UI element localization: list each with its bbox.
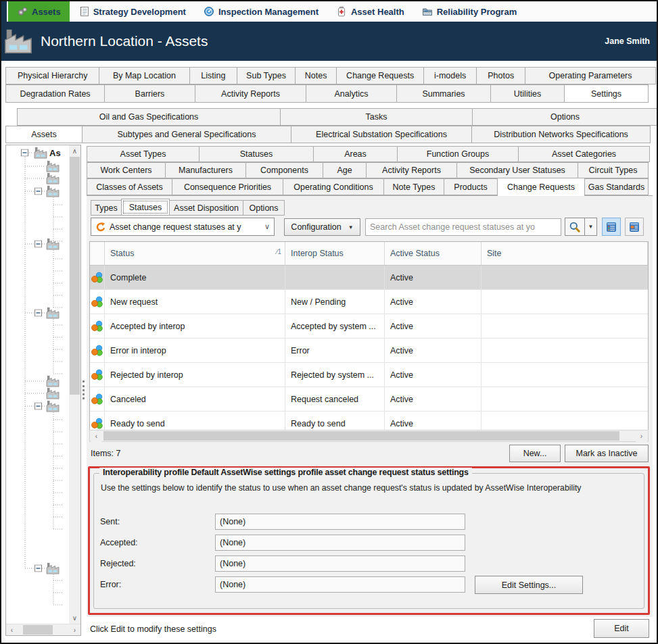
tab-note-types[interactable]: Note Types — [383, 178, 444, 195]
accepted-field[interactable]: (None) — [215, 535, 465, 551]
tab-utilities[interactable]: Utilities — [490, 84, 565, 103]
tab-activity-reports-settings[interactable]: Activity Reports — [366, 162, 457, 178]
tab-secondary-user-statuses[interactable]: Secondary User Statuses — [456, 162, 578, 178]
mark-as-inactive-button[interactable]: Mark as Inactive — [565, 445, 649, 462]
menu-item-reliability-program[interactable]: Reliability Program — [413, 1, 525, 22]
header-icon-column[interactable] — [90, 242, 105, 265]
tab-electrical-substation-specifications[interactable]: Electrical Substation Specifications — [291, 126, 472, 143]
table-row[interactable]: Error in interop Error Active — [90, 339, 648, 363]
tree-expand-icon[interactable] — [35, 309, 42, 316]
tree-vertical-scrollbar[interactable]: ∧ ∨ — [69, 145, 80, 624]
tab-change-requests-outer[interactable]: Change Requests — [336, 67, 423, 84]
search-input[interactable] — [365, 218, 561, 236]
error-field[interactable]: (None) — [215, 576, 465, 593]
tab-sub-types[interactable]: Sub Types — [237, 67, 296, 84]
tab-i-models[interactable]: i-models — [423, 67, 477, 84]
tab-analytics[interactable]: Analytics — [306, 84, 397, 103]
configuration-button[interactable]: Configuration ▼ — [284, 218, 360, 236]
scroll-right-icon[interactable]: › — [69, 624, 80, 635]
cell-site — [481, 387, 648, 411]
tree-expand-icon[interactable] — [35, 565, 42, 572]
tab-options-section[interactable]: Options — [472, 108, 658, 126]
subtab-options[interactable]: Options — [243, 200, 285, 216]
new-button[interactable]: New... — [509, 445, 561, 462]
table-horizontal-scrollbar[interactable]: ‹ › — [89, 430, 649, 442]
tab-subtypes-general-specifications[interactable]: Subtypes and General Specifications — [82, 126, 291, 143]
tab-listing[interactable]: Listing — [189, 67, 238, 84]
tab-asset-types[interactable]: Asset Types — [87, 146, 199, 162]
header-site[interactable]: Site — [481, 242, 648, 265]
detail-view-button[interactable] — [625, 218, 644, 236]
scroll-right-icon[interactable]: › — [636, 430, 647, 442]
tab-consequence-priorities[interactable]: Consequence Priorities — [172, 178, 283, 195]
subtab-asset-disposition[interactable]: Asset Disposition — [169, 200, 243, 216]
tab-by-map-location[interactable]: By Map Location — [99, 67, 189, 84]
toolbar-grip[interactable] — [1, 1, 8, 22]
tab-gas-standards[interactable]: Gas Standards — [584, 178, 649, 195]
rejected-field[interactable]: (None) — [215, 555, 465, 572]
tab-operating-conditions[interactable]: Operating Conditions — [283, 178, 384, 195]
tab-manufacturers[interactable]: Manufacturers — [165, 162, 246, 178]
table-row[interactable]: Accepted by interop Accepted by system .… — [90, 314, 648, 339]
list-view-button[interactable] — [602, 218, 621, 236]
tab-physical-hierarchy[interactable]: Physical Hierarchy — [5, 67, 99, 84]
tree-expand-icon[interactable] — [35, 241, 42, 247]
menu-item-inspection-management[interactable]: Inspection Management — [195, 1, 327, 22]
scroll-up-icon[interactable]: ∧ — [69, 145, 80, 157]
tab-degradation-rates[interactable]: Degradation Rates — [5, 84, 105, 103]
tab-areas[interactable]: Areas — [313, 146, 398, 162]
tab-statuses-settings[interactable]: Statuses — [199, 146, 314, 162]
menu-item-asset-health[interactable]: Asset Health — [327, 1, 413, 22]
scroll-thumb[interactable] — [23, 625, 53, 635]
asset-tree[interactable]: As — [6, 145, 68, 616]
tab-tasks[interactable]: Tasks — [280, 108, 473, 126]
tab-barriers[interactable]: Barriers — [104, 84, 195, 103]
tab-circuit-types[interactable]: Circuit Types — [578, 162, 649, 178]
header-active-status[interactable]: Active Status — [385, 242, 481, 265]
tab-products[interactable]: Products — [444, 178, 498, 195]
tab-components[interactable]: Components — [245, 162, 323, 178]
table-row[interactable]: New request New / Pending Active — [90, 290, 648, 314]
tab-asset-categories[interactable]: Asset Categories — [518, 146, 650, 162]
tab-photos[interactable]: Photos — [476, 67, 525, 84]
tab-settings[interactable]: Settings — [564, 84, 649, 103]
table-row[interactable]: Canceled Request canceled Active — [90, 387, 648, 412]
tab-function-groups[interactable]: Function Groups — [397, 146, 519, 162]
scroll-left-icon[interactable]: ‹ — [91, 430, 102, 442]
tab-summaries[interactable]: Summaries — [396, 84, 491, 103]
tree-expand-icon[interactable] — [22, 149, 28, 156]
menu-item-assets[interactable]: Assets — [8, 1, 70, 22]
sent-field[interactable]: (None) — [215, 514, 465, 530]
edit-settings-button[interactable]: Edit Settings... — [475, 576, 583, 594]
menu-item-strategy-development[interactable]: Strategy Development — [70, 1, 195, 22]
search-options-dropdown[interactable]: ▼ — [584, 218, 597, 236]
table-row[interactable]: Rejected by interop Rejected by system .… — [90, 363, 648, 387]
edit-button[interactable]: Edit — [594, 619, 649, 638]
tab-change-requests[interactable]: Change Requests — [497, 178, 585, 196]
search-button[interactable] — [565, 218, 585, 236]
tab-notes[interactable]: Notes — [295, 67, 337, 84]
cell-active: Active — [385, 339, 481, 362]
tab-activity-reports-outer[interactable]: Activity Reports — [195, 84, 306, 103]
header-status[interactable]: Status ∕1 — [105, 242, 285, 265]
table-row[interactable]: Complete Active — [90, 266, 648, 290]
subtab-statuses[interactable]: Statuses — [121, 199, 170, 216]
tab-operating-parameters[interactable]: Operating Parameters — [525, 67, 656, 84]
tab-distribution-networks-specifications[interactable]: Distribution Networks Specifications — [471, 126, 651, 143]
tab-age[interactable]: Age — [323, 162, 367, 178]
tab-classes-of-assets[interactable]: Classes of Assets — [87, 178, 172, 195]
scroll-left-icon[interactable]: ‹ — [6, 624, 18, 635]
tree-expand-icon[interactable] — [35, 188, 42, 195]
scroll-thumb[interactable] — [103, 431, 619, 441]
header-interop-status[interactable]: Interop Status — [285, 242, 385, 265]
scroll-down-icon[interactable]: ∨ — [69, 612, 80, 624]
tree-horizontal-scrollbar[interactable]: ‹ › — [6, 624, 80, 635]
tab-oil-and-gas-specifications[interactable]: Oil and Gas Specifications — [17, 108, 281, 126]
tree-expand-icon[interactable] — [35, 403, 42, 410]
scope-dropdown[interactable]: Asset change request statuses at y ∨ — [91, 218, 275, 236]
tab-assets-section[interactable]: Assets — [5, 126, 83, 143]
subtab-types[interactable]: Types — [91, 200, 122, 216]
scroll-thumb[interactable] — [70, 157, 80, 395]
cell-site — [481, 339, 648, 362]
tab-work-centers[interactable]: Work Centers — [87, 162, 166, 178]
